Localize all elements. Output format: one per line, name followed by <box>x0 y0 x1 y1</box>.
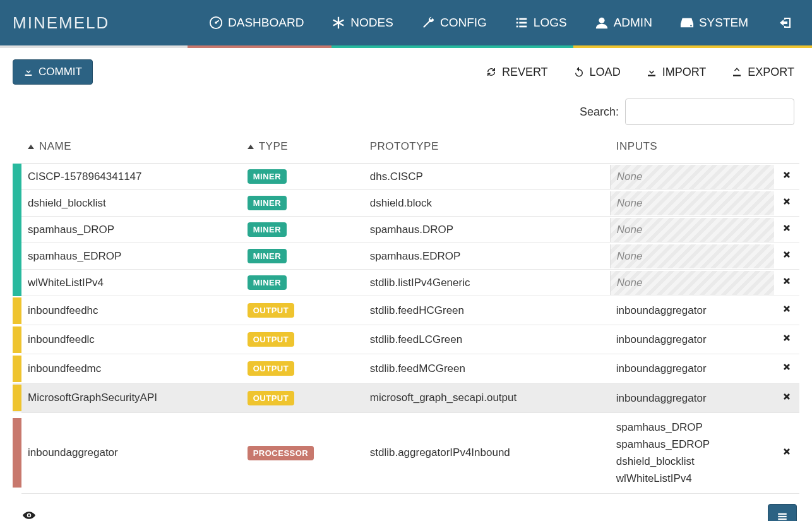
delete-row-button[interactable] <box>782 392 792 404</box>
inputs-list: inboundaggregator <box>616 390 768 407</box>
type-stripe <box>13 356 21 382</box>
revert-label: REVERT <box>502 66 548 79</box>
table-row[interactable]: spamhaus_DROP MINER spamhaus.DROP None <box>13 217 799 243</box>
brand[interactable]: MINEMELD <box>13 13 109 33</box>
table-row[interactable]: CISCP-1578964341147 MINER dhs.CISCP None <box>13 164 799 190</box>
cell-type: MINER <box>241 243 364 270</box>
svg-rect-13 <box>778 518 787 520</box>
type-badge: PROCESSOR <box>248 446 314 460</box>
refresh-icon <box>486 66 497 78</box>
type-badge: MINER <box>248 196 287 210</box>
svg-rect-3 <box>519 18 527 20</box>
cell-name: spamhaus_DROP <box>21 217 241 243</box>
cell-name: inboundfeedhc <box>21 296 241 325</box>
search-input[interactable] <box>625 99 794 125</box>
revert-button[interactable]: REVERT <box>486 66 548 79</box>
list-icon <box>515 16 528 30</box>
type-stripe <box>13 217 21 243</box>
visibility-toggle[interactable] <box>21 509 37 521</box>
import-icon <box>646 66 657 78</box>
hdd-icon <box>680 16 694 30</box>
type-badge: OUTPUT <box>248 332 294 347</box>
delete-row-button[interactable] <box>782 197 792 209</box>
col-inputs[interactable]: INPUTS <box>610 133 774 164</box>
dashboard-icon <box>209 16 223 30</box>
import-button[interactable]: IMPORT <box>646 66 707 79</box>
svg-point-8 <box>599 18 604 23</box>
cell-prototype: spamhaus.DROP <box>364 217 610 243</box>
reload-icon <box>573 66 585 78</box>
cell-type: OUTPUT <box>241 383 364 412</box>
table-row[interactable]: inboundfeedhc OUTPUT stdlib.feedHCGreen … <box>13 296 799 325</box>
svg-rect-4 <box>516 22 518 24</box>
cell-inputs: None <box>610 164 774 190</box>
delete-row-button[interactable] <box>782 333 792 345</box>
inputs-list: spamhaus_DROPspamhaus_EDROPdshield_block… <box>616 419 768 488</box>
nav-admin[interactable]: ADMIN <box>581 0 666 45</box>
cell-prototype: spamhaus.EDROP <box>364 243 610 270</box>
table-row[interactable]: wlWhiteListIPv4 MINER stdlib.listIPv4Gen… <box>13 270 799 296</box>
table-row[interactable]: inboundfeedmc OUTPUT stdlib.feedMCGreen … <box>13 354 799 383</box>
svg-rect-12 <box>778 515 787 517</box>
delete-row-button[interactable] <box>782 171 792 183</box>
load-button[interactable]: LOAD <box>573 66 621 79</box>
type-stripe <box>13 326 21 353</box>
type-stripe <box>13 190 21 217</box>
export-button[interactable]: EXPORT <box>731 66 794 79</box>
delete-row-button[interactable] <box>782 362 792 374</box>
nav-dashboard[interactable]: DASHBOARD <box>195 0 318 45</box>
footer <box>0 494 812 522</box>
cell-inputs: inboundaggregator <box>610 354 774 383</box>
nav-nodes[interactable]: NODES <box>318 0 407 45</box>
svg-rect-6 <box>516 26 518 28</box>
nav-system-label: SYSTEM <box>699 16 748 30</box>
navbar: MINEMELD DASHBOARD NODES CONFIG LOGS ADM… <box>0 0 812 45</box>
col-name[interactable]: NAME <box>21 133 241 164</box>
svg-rect-2 <box>516 18 518 20</box>
delete-row-button[interactable] <box>782 250 792 262</box>
sort-asc-icon <box>248 145 254 149</box>
delete-row-button[interactable] <box>782 277 792 289</box>
delete-row-button[interactable] <box>782 447 792 459</box>
commit-label: COMMIT <box>39 66 82 78</box>
table-row[interactable]: dshield_blocklist MINER dshield.block No… <box>13 190 799 217</box>
cell-name: wlWhiteListIPv4 <box>21 270 241 296</box>
cell-type: PROCESSOR <box>241 412 364 493</box>
download-icon <box>23 67 33 77</box>
type-stripe <box>13 297 21 324</box>
delete-row-button[interactable] <box>782 304 792 316</box>
type-stripe <box>13 418 21 488</box>
type-stripe <box>13 243 21 270</box>
inputs-none: None <box>610 165 774 189</box>
cell-prototype: stdlib.feedLCGreen <box>364 325 610 354</box>
table-row[interactable]: MicrosoftGraphSecurityAPI OUTPUT microso… <box>13 383 799 412</box>
nav-logout[interactable] <box>762 0 799 45</box>
type-badge: OUTPUT <box>248 303 294 318</box>
cell-inputs: None <box>610 270 774 296</box>
logout-icon <box>778 15 793 30</box>
cell-prototype: stdlib.aggregatorIPv4Inbound <box>364 412 610 493</box>
cell-prototype: dhs.CISCP <box>364 164 610 190</box>
cell-inputs: None <box>610 190 774 217</box>
nav-config-label: CONFIG <box>440 16 487 30</box>
svg-point-10 <box>28 514 30 516</box>
inputs-list: inboundaggregator <box>616 331 768 348</box>
table-row[interactable]: inboundaggregator PROCESSOR stdlib.aggre… <box>13 412 799 493</box>
actions-menu-button[interactable] <box>768 504 797 522</box>
cell-type: OUTPUT <box>241 325 364 354</box>
cell-name: spamhaus_EDROP <box>21 243 241 270</box>
nav-config[interactable]: CONFIG <box>407 0 501 45</box>
col-type[interactable]: TYPE <box>241 133 364 164</box>
delete-row-button[interactable] <box>782 224 792 236</box>
inputs-list: inboundaggregator <box>616 360 768 377</box>
table-row[interactable]: spamhaus_EDROP MINER spamhaus.EDROP None <box>13 243 799 270</box>
nav-logs[interactable]: LOGS <box>501 0 581 45</box>
type-badge: MINER <box>248 222 287 237</box>
table-row[interactable]: inboundfeedlc OUTPUT stdlib.feedLCGreen … <box>13 325 799 354</box>
nav-logs-label: LOGS <box>534 16 567 30</box>
nav-system[interactable]: SYSTEM <box>666 0 762 45</box>
col-prototype[interactable]: PROTOTYPE <box>364 133 610 164</box>
type-stripe <box>13 164 21 190</box>
commit-button[interactable]: COMMIT <box>13 59 93 85</box>
export-label: EXPORT <box>748 66 794 79</box>
